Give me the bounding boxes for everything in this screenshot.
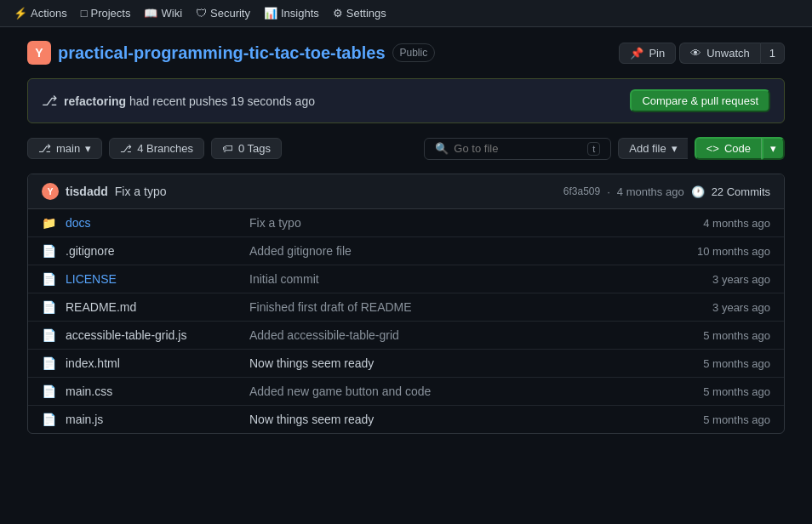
file-icon: 📄 [42, 272, 59, 286]
table-row: 📄 .gitignore Added gitignore file 10 mon… [28, 237, 784, 265]
file-time: 4 months ago [660, 217, 770, 230]
goto-file-search[interactable]: 🔍 t [424, 138, 611, 160]
nav-insights[interactable]: 📊 Insights [264, 3, 319, 23]
commit-header: Y tisdadd Fix a typo 6f3a509 · 4 months … [28, 174, 784, 209]
code-button[interactable]: <> Code [695, 137, 762, 160]
file-name[interactable]: main.css [66, 384, 236, 398]
branch-selector[interactable]: ⎇ main ▾ [27, 138, 102, 159]
file-commit-msg: Fix a typo [236, 216, 660, 230]
code-dropdown-button[interactable]: ▾ [762, 137, 785, 160]
pin-button[interactable]: 📌 Pin [619, 43, 676, 64]
nav-actions[interactable]: ⚡ Actions [14, 3, 67, 23]
file-icon: 📄 [42, 244, 59, 258]
file-commit-msg: Finished first draft of README [236, 300, 660, 314]
settings-icon: ⚙ [333, 7, 343, 20]
file-table: Y tisdadd Fix a typo 6f3a509 · 4 months … [27, 174, 785, 434]
commit-time: 4 months ago [617, 185, 684, 198]
file-name[interactable]: index.html [66, 356, 236, 370]
wiki-icon: 📖 [144, 7, 157, 20]
file-name[interactable]: README.md [66, 300, 236, 314]
tags-button[interactable]: 🏷 0 Tags [211, 138, 282, 159]
file-commit-msg: Added gitignore file [236, 244, 660, 258]
folder-icon: 📁 [42, 216, 59, 230]
top-nav: ⚡ Actions □ Projects 📖 Wiki 🛡 Security 📊… [0, 0, 812, 27]
notification-left: ⎇ refactoring had recent pushes 19 secon… [42, 93, 315, 109]
file-time: 5 months ago [660, 329, 770, 342]
file-commit-msg: Added accessibile-table-grid [236, 328, 660, 342]
commit-message: Fix a typo [115, 185, 167, 198]
nav-projects[interactable]: □ Projects [81, 3, 131, 23]
table-row: 📄 README.md Finished first draft of READ… [28, 293, 784, 322]
nav-wiki[interactable]: 📖 Wiki [144, 3, 182, 23]
branches-icon: ⎇ [120, 143, 132, 155]
chevron-down-icon-code: ▾ [770, 142, 776, 155]
notification-branch-name[interactable]: refactoring [64, 94, 126, 108]
repo-header: Y practical-programming-tic-tac-toe-tabl… [27, 41, 785, 65]
branches-button[interactable]: ⎇ 4 Branches [109, 138, 204, 159]
toolbar-left: ⎇ main ▾ ⎇ 4 Branches 🏷 0 Tags [27, 138, 282, 159]
commit-avatar: Y [42, 183, 59, 200]
toolbar-right: 🔍 t Add file ▾ <> Code ▾ [424, 137, 785, 160]
file-icon: 📄 [42, 413, 59, 426]
visibility-badge: Public [392, 43, 436, 62]
chevron-down-icon: ▾ [85, 142, 91, 155]
chevron-down-icon-add: ▾ [672, 142, 678, 155]
projects-icon: □ [81, 7, 88, 20]
toolbar: ⎇ main ▾ ⎇ 4 Branches 🏷 0 Tags 🔍 t Add f [27, 137, 785, 160]
file-commit-msg: Initial commit [236, 272, 660, 286]
commit-author-area: Y tisdadd Fix a typo [42, 183, 166, 200]
file-time: 3 years ago [660, 273, 770, 286]
file-commit-msg: Now things seem ready [236, 356, 660, 370]
repo-name[interactable]: practical-programming-tic-tac-toe-tables [58, 43, 386, 63]
commit-author[interactable]: tisdadd [66, 185, 108, 198]
code-icon: <> [706, 142, 719, 155]
notification-banner: ⎇ refactoring had recent pushes 19 secon… [27, 78, 785, 123]
file-name[interactable]: .gitignore [66, 244, 236, 258]
file-time: 3 years ago [660, 301, 770, 314]
unwatch-button[interactable]: 👁 Unwatch [679, 43, 760, 64]
add-file-button[interactable]: Add file ▾ [618, 138, 687, 159]
repo-actions: 📌 Pin 👁 Unwatch 1 [619, 43, 785, 64]
table-row: 📄 main.css Added new game button and cod… [28, 378, 784, 406]
repo-avatar: Y [27, 41, 51, 65]
file-name[interactable]: docs [66, 216, 236, 230]
branch-notification-icon: ⎇ [42, 93, 57, 109]
file-commit-msg: Added new game button and code [236, 384, 660, 398]
search-shortcut: t [587, 142, 600, 156]
actions-icon: ⚡ [14, 7, 27, 20]
table-row: 📄 LICENSE Initial commit 3 years ago [28, 265, 784, 293]
file-name[interactable]: main.js [66, 413, 236, 426]
file-icon: 📄 [42, 328, 59, 342]
security-icon: 🛡 [196, 7, 207, 20]
watch-count-button[interactable]: 1 [760, 43, 785, 64]
file-name[interactable]: accessible-table-grid.js [66, 328, 236, 342]
file-icon: 📄 [42, 300, 59, 314]
compare-pull-request-button[interactable]: Compare & pull request [630, 89, 770, 112]
insights-icon: 📊 [264, 7, 277, 20]
file-time: 5 months ago [660, 413, 770, 426]
table-row: 📄 accessible-table-grid.js Added accessi… [28, 322, 784, 350]
commit-count[interactable]: 22 Commits [712, 185, 770, 198]
commit-dot-separator: · [607, 185, 610, 198]
table-row: 📁 docs Fix a typo 4 months ago [28, 209, 784, 237]
commit-meta: 6f3a509 · 4 months ago 🕐 22 Commits [563, 185, 770, 198]
branch-icon: ⎇ [38, 142, 51, 155]
notification-message: had recent pushes 19 seconds ago [129, 94, 315, 108]
commit-hash[interactable]: 6f3a509 [563, 185, 600, 197]
file-name-link[interactable]: LICENSE [66, 272, 236, 286]
pin-icon: 📌 [630, 47, 643, 60]
table-row: 📄 main.js Now things seem ready 5 months… [28, 406, 784, 433]
table-row: 📄 index.html Now things seem ready 5 mon… [28, 350, 784, 378]
goto-file-input[interactable] [454, 142, 573, 155]
repo-title-area: Y practical-programming-tic-tac-toe-tabl… [27, 41, 435, 65]
nav-settings[interactable]: ⚙ Settings [333, 3, 386, 23]
file-time: 5 months ago [660, 357, 770, 370]
nav-security[interactable]: 🛡 Security [196, 3, 250, 23]
search-icon: 🔍 [435, 142, 449, 155]
history-icon: 🕐 [691, 185, 705, 198]
eye-icon: 👁 [690, 47, 701, 60]
file-icon: 📄 [42, 356, 59, 370]
file-time: 10 months ago [660, 245, 770, 258]
file-commit-msg: Now things seem ready [236, 413, 660, 426]
tag-icon: 🏷 [222, 142, 233, 155]
